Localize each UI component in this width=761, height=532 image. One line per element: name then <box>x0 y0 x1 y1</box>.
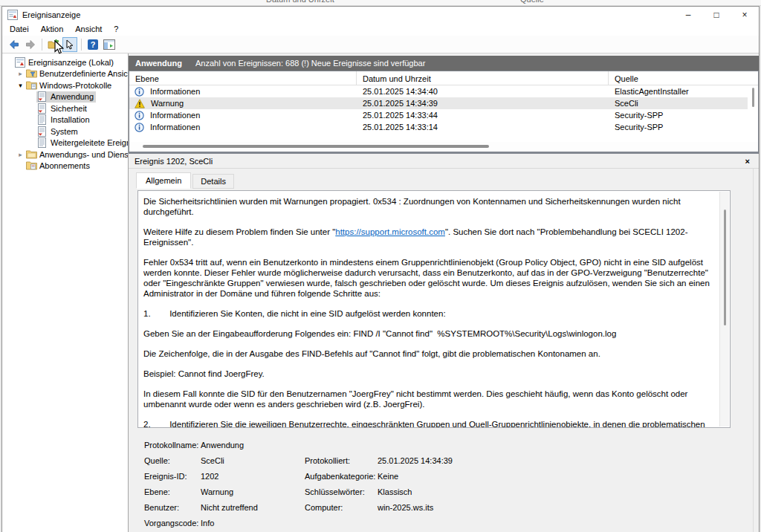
custom-views-folder-icon <box>26 68 37 79</box>
property-value: 1202 <box>201 472 305 481</box>
open-saved-log-icon[interactable] <box>46 37 61 52</box>
event-detail-title: Ereignis 1202, SceCli <box>135 157 742 166</box>
property-label: Ereignis-ID: <box>144 472 201 481</box>
scrollbar-thumb[interactable] <box>752 88 754 107</box>
column-header-datum[interactable]: Datum und Uhrzeit <box>357 71 609 85</box>
sidebar-item-label: Weitergeleitete Ereignisse <box>51 138 128 147</box>
sidebar-item-label: Ereignisanzeige (Lokal) <box>28 58 114 67</box>
info-icon <box>135 111 147 120</box>
description-paragraph: Fehler 0x534 tritt auf, wenn ein Benutze… <box>143 257 715 299</box>
column-header-ebene[interactable]: Ebene <box>129 71 357 85</box>
event-row[interactable]: Informationen25.01.2025 14:33:44Security… <box>129 109 748 121</box>
event-datetime: 25.01.2025 14:33:44 <box>357 111 609 120</box>
menu-item-0[interactable]: Datei <box>4 24 35 34</box>
log-summary-bar: Anwendung Anzahl von Ereignissen: 688 (!… <box>129 56 759 71</box>
sidebar-item-abonnements[interactable]: Abonnements <box>2 160 128 172</box>
chevron-right-icon[interactable]: ▸ <box>16 151 25 158</box>
description-paragraph: Die Sicherheitsrichtlinien wurden mit Wa… <box>143 196 715 217</box>
close-detail-icon[interactable]: × <box>742 157 753 166</box>
property-label: Quelle: <box>144 456 201 465</box>
property-row: Vorgangscode:Info <box>144 515 744 531</box>
background-window-fragment: Quelle <box>520 0 544 4</box>
property-label: Benutzer: <box>144 503 201 512</box>
property-value: Keine <box>378 472 744 481</box>
tab-details[interactable]: Details <box>192 174 234 189</box>
property-label: Schlüsselwörter: <box>305 487 378 496</box>
window-title: Ereignisanzeige <box>22 10 80 19</box>
property-label: Ebene: <box>144 487 201 496</box>
maximize-button[interactable]: □ <box>702 7 731 22</box>
event-row[interactable]: Informationen25.01.2025 14:34:40ElasticA… <box>129 85 748 97</box>
property-row: Benutzer:Nicht zutreffendComputer:win-20… <box>144 499 744 515</box>
sidebar-item-sicherheit[interactable]: Sicherheit <box>2 103 128 114</box>
event-list-horizontal-scrollbar[interactable] <box>129 142 758 152</box>
property-value: Info <box>201 519 305 528</box>
property-value: 25.01.2025 14:34:39 <box>378 456 744 465</box>
sidebar-item-anwendung[interactable]: Anwendung <box>2 91 128 103</box>
event-properties-grid: Protokollname:AnwendungQuelle:SceCliProt… <box>144 437 744 531</box>
event-rows: Informationen25.01.2025 14:34:40ElasticA… <box>129 85 748 133</box>
column-header-quelle[interactable]: Quelle <box>609 71 751 85</box>
log-plain-icon <box>37 114 48 125</box>
background-window-strip: Datum und UhrzeitQuelle <box>0 0 761 6</box>
event-row[interactable]: Warnung25.01.2025 14:34:39SceCli <box>129 97 748 109</box>
chevron-down-icon[interactable]: ▾ <box>16 82 25 89</box>
event-viewer-app-icon <box>7 10 18 20</box>
menu-item-1[interactable]: Aktion <box>35 24 70 34</box>
chevron-right-icon[interactable]: ▸ <box>16 70 25 77</box>
sidebar-item-label: Abonnements <box>39 161 90 170</box>
property-value: Warnung <box>201 487 305 496</box>
description-paragraph: Beispiel: Cannot find JoergFrey. <box>143 369 715 379</box>
sidebar-item-system[interactable]: System <box>2 126 128 137</box>
event-datetime: 25.01.2025 14:34:39 <box>357 99 609 108</box>
event-list: Ebene Datum und Uhrzeit Quelle Informati… <box>129 71 759 152</box>
sidebar-item-windows-logs[interactable]: ▾Windows-Protokolle <box>2 80 128 91</box>
property-label: Protokolliert: <box>305 456 378 465</box>
description-paragraph: Weitere Hilfe zu diesem Problem finden S… <box>143 227 715 247</box>
sidebar-item-root[interactable]: Ereignisanzeige (Lokal) <box>2 56 128 68</box>
pointer-icon[interactable] <box>62 37 77 52</box>
tab-allgemein[interactable]: Allgemein <box>136 172 191 189</box>
warning-icon <box>135 99 148 108</box>
scrollbar-thumb[interactable] <box>724 210 726 325</box>
property-row: Ereignis-ID:1202Aufgabenkategorie:Keine <box>144 468 744 484</box>
close-button[interactable]: × <box>731 7 759 22</box>
sidebar-item-installation[interactable]: Installation <box>2 114 128 126</box>
main-pane: Anwendung Anzahl von Ereignissen: 688 (!… <box>129 53 759 532</box>
description-vertical-scrollbar[interactable] <box>719 192 729 426</box>
property-value: win-2025.ws.its <box>378 503 744 512</box>
back-arrow-icon[interactable] <box>7 37 22 52</box>
log-red-icon <box>37 126 48 137</box>
event-description-text: Die Sicherheitsrichtlinien wurden mit Wa… <box>143 196 715 427</box>
event-list-vertical-scrollbar[interactable] <box>748 86 757 132</box>
toolbar-separator <box>81 39 82 51</box>
scrollbar-thumb[interactable] <box>143 145 489 148</box>
property-row: Protokollname:Anwendung <box>144 437 744 452</box>
menu-item-2[interactable]: Ansicht <box>69 24 108 34</box>
description-paragraph: In diesem Fall konnte die SID für den Be… <box>143 389 715 409</box>
sidebar-item-label: Sicherheit <box>51 104 87 113</box>
event-source: Security-SPP <box>609 123 748 132</box>
windows-logs-folder-icon <box>26 80 37 91</box>
toolbar-separator <box>42 39 42 51</box>
property-value: Anwendung <box>201 441 305 450</box>
sidebar-item-anwendungs-dienstprotokolle[interactable]: ▸Anwendungs- und Dienstpro <box>2 149 128 160</box>
event-row[interactable]: Informationen25.01.2025 14:33:14Security… <box>129 121 748 133</box>
menu-bar: DateiAktionAnsicht? <box>2 22 759 36</box>
event-source: SceCli <box>609 99 748 108</box>
minimize-button[interactable]: – <box>674 7 702 22</box>
console-window-icon[interactable] <box>102 37 117 52</box>
menu-item-3[interactable]: ? <box>108 24 124 34</box>
forward-arrow-icon[interactable] <box>23 37 38 52</box>
event-description-box: Die Sicherheitsrichtlinien wurden mit Wa… <box>137 190 731 428</box>
log-event-count: Anzahl von Ereignissen: 688 (!) Neue Ere… <box>195 59 425 68</box>
log-name: Anwendung <box>135 59 182 68</box>
sidebar-item-label: Anwendung <box>51 92 94 101</box>
sidebar-item-weitergeleitete-ereignisse[interactable]: Weitergeleitete Ereignisse <box>2 137 128 149</box>
folder-icon <box>26 149 37 160</box>
sidebar-item-label: Installation <box>51 115 90 124</box>
support-link[interactable]: https://support.microsoft.com <box>335 227 445 236</box>
help-icon[interactable]: ? <box>85 37 100 52</box>
sidebar-item-custom-views[interactable]: ▸Benutzerdefinierte Ansichten <box>2 68 128 80</box>
description-paragraph: Geben Sie an der Eingabeaufforderung Fol… <box>143 328 715 339</box>
